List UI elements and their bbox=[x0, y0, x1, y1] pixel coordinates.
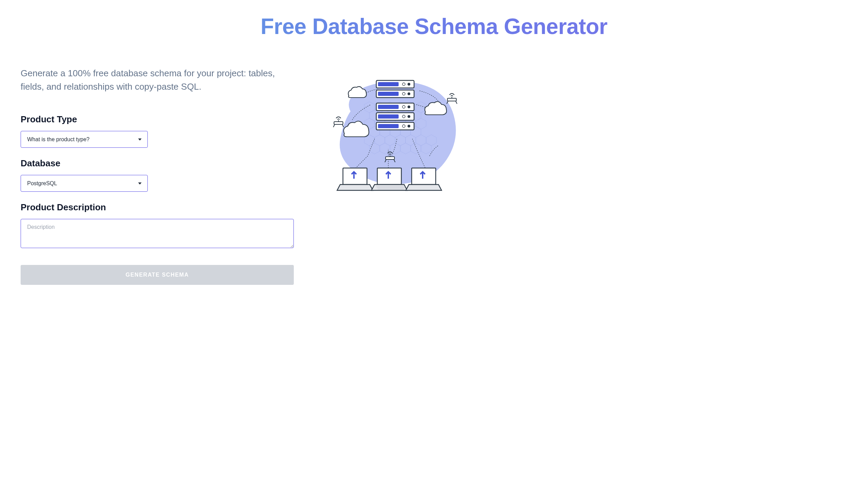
database-select[interactable]: PostgreSQL bbox=[21, 175, 148, 192]
product-type-label: Product Type bbox=[21, 114, 296, 125]
svg-rect-13 bbox=[378, 114, 399, 119]
page-title: Free Database Schema Generator bbox=[21, 14, 847, 39]
description-field-group: Product Description bbox=[21, 202, 296, 265]
server-network-illustration bbox=[323, 70, 467, 201]
illustration-column bbox=[323, 67, 467, 202]
description-label: Product Description bbox=[21, 202, 296, 213]
svg-rect-24 bbox=[447, 98, 456, 101]
svg-rect-5 bbox=[378, 92, 399, 96]
product-type-select[interactable]: What is the product type? bbox=[21, 131, 148, 148]
svg-line-26 bbox=[456, 101, 457, 104]
content-wrapper: Generate a 100% free database schema for… bbox=[21, 67, 847, 285]
svg-rect-1 bbox=[378, 82, 399, 86]
wifi-router-icon bbox=[447, 93, 457, 104]
product-type-field-group: Product Type What is the product type? bbox=[21, 114, 296, 148]
svg-point-7 bbox=[408, 92, 410, 95]
svg-point-15 bbox=[408, 115, 410, 118]
form-column: Generate a 100% free database schema for… bbox=[21, 67, 296, 285]
wifi-router-icon bbox=[333, 117, 344, 127]
database-select-wrapper: PostgreSQL bbox=[21, 175, 148, 192]
svg-point-3 bbox=[408, 83, 410, 86]
svg-line-21 bbox=[333, 124, 335, 127]
svg-rect-33 bbox=[377, 168, 401, 185]
database-label: Database bbox=[21, 158, 296, 169]
product-type-select-wrapper: What is the product type? bbox=[21, 131, 148, 148]
description-textarea[interactable] bbox=[21, 219, 294, 248]
svg-point-19 bbox=[408, 125, 410, 127]
generate-schema-button[interactable]: GENERATE SCHEMA bbox=[21, 265, 294, 285]
svg-rect-37 bbox=[412, 168, 436, 185]
svg-rect-17 bbox=[378, 124, 399, 128]
svg-line-22 bbox=[342, 124, 344, 127]
subtitle-text: Generate a 100% free database schema for… bbox=[21, 67, 296, 93]
svg-rect-20 bbox=[334, 122, 343, 124]
svg-point-11 bbox=[408, 105, 410, 108]
svg-rect-32 bbox=[343, 168, 367, 185]
svg-rect-9 bbox=[378, 105, 399, 109]
database-field-group: Database PostgreSQL bbox=[21, 158, 296, 192]
svg-rect-28 bbox=[386, 157, 394, 159]
server-stack-icon bbox=[376, 80, 414, 130]
